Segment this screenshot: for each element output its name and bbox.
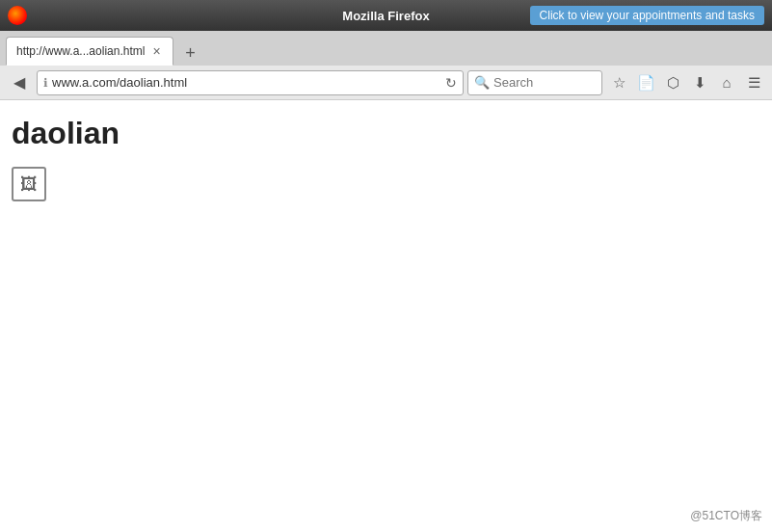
page-title: daolian — [12, 116, 760, 151]
page-content: daolian 🖼 @51CTO博客 — [0, 100, 772, 532]
menu-button[interactable]: ☰ — [741, 70, 766, 95]
back-button[interactable]: ◀ — [6, 70, 33, 95]
search-bar-wrapper[interactable]: 🔍 — [467, 70, 602, 95]
tab-bar: http://www.a...aolian.html × + — [0, 31, 772, 66]
bookmark-button[interactable]: ☆ — [606, 70, 631, 95]
toolbar-icons: ☆ 📄 ⬡ ⬇ ⌂ ☰ — [606, 70, 766, 95]
watermark: @51CTO博客 — [690, 508, 762, 524]
appointments-button[interactable]: Click to view your appointments and task… — [530, 6, 764, 25]
browser-title: Mozilla Firefox — [342, 9, 429, 23]
info-icon: ℹ — [43, 76, 48, 90]
reading-mode-button[interactable]: 📄 — [633, 70, 658, 95]
reload-button[interactable]: ↻ — [445, 75, 457, 91]
search-icon: 🔍 — [474, 75, 490, 90]
download-button[interactable]: ⬇ — [687, 70, 712, 95]
tab-label: http://www.a...aolian.html — [16, 44, 145, 58]
page-icon-image: 🖼 — [20, 174, 38, 195]
pocket-button[interactable]: ⬡ — [660, 70, 685, 95]
tab-close-button[interactable]: × — [150, 44, 162, 58]
active-tab[interactable]: http://www.a...aolian.html × — [6, 37, 173, 66]
title-bar: Mozilla Firefox Click to view your appoi… — [0, 0, 772, 31]
page-icon[interactable]: 🖼 — [12, 167, 46, 201]
nav-bar: ◀ ℹ ↻ 🔍 ☆ 📄 ⬡ ⬇ ⌂ ☰ — [0, 66, 772, 100]
search-input[interactable] — [493, 75, 590, 90]
new-tab-button[interactable]: + — [177, 40, 204, 66]
address-input[interactable] — [52, 75, 441, 90]
title-bar-left — [8, 6, 27, 25]
firefox-icon — [8, 6, 27, 25]
back-icon: ◀ — [13, 73, 25, 92]
home-button[interactable]: ⌂ — [714, 70, 739, 95]
address-bar-wrapper[interactable]: ℹ ↻ — [37, 70, 464, 95]
